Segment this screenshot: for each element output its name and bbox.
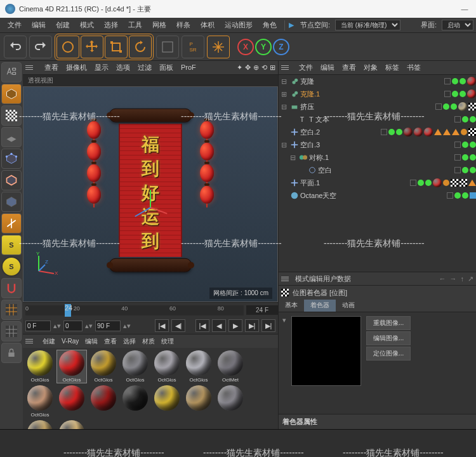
coord-system-button[interactable] bbox=[207, 36, 230, 58]
vis-editor-toggle[interactable] bbox=[454, 192, 461, 199]
expand-icon[interactable]: ⊞ bbox=[281, 90, 289, 98]
viewmenu-摄像机[interactable]: 摄像机 bbox=[62, 62, 91, 72]
interface-select[interactable]: 启动 bbox=[442, 20, 473, 30]
vis-render-toggle[interactable] bbox=[470, 116, 476, 123]
material-swatch[interactable] bbox=[152, 385, 182, 418]
menu-选择[interactable]: 选择 bbox=[99, 18, 123, 32]
z-axis-toggle[interactable]: Z bbox=[273, 39, 289, 55]
menu-体积[interactable]: 体积 bbox=[195, 18, 220, 32]
material-swatch[interactable] bbox=[121, 385, 150, 418]
attr-fwd-button[interactable]: → bbox=[450, 275, 457, 283]
recent-tool[interactable] bbox=[156, 36, 179, 58]
quantize-button[interactable] bbox=[1, 300, 22, 320]
material-swatch[interactable]: OctGlos bbox=[25, 350, 55, 383]
edge-mode-button[interactable] bbox=[1, 170, 22, 190]
material-swatch[interactable] bbox=[89, 385, 118, 418]
material-swatch[interactable]: OctGlos bbox=[57, 350, 86, 383]
matmenu-查看[interactable]: 查看 bbox=[101, 336, 120, 346]
menu-角色[interactable]: 角色 bbox=[258, 18, 282, 32]
expand-icon[interactable]: ⊟ bbox=[281, 141, 289, 149]
lock-button[interactable] bbox=[1, 343, 22, 363]
vis-render-toggle[interactable] bbox=[396, 129, 402, 135]
vis-render-toggle[interactable] bbox=[470, 142, 476, 148]
object-name[interactable]: 克隆.1 bbox=[300, 89, 364, 99]
tree-row-对称.1[interactable]: ⊟对称.1 bbox=[279, 151, 476, 164]
menu-文件[interactable]: 文件 bbox=[3, 18, 27, 32]
workplane-button[interactable] bbox=[1, 127, 22, 147]
expand-icon[interactable]: ⊟ bbox=[281, 103, 289, 111]
warning-tag-icon[interactable] bbox=[434, 129, 442, 135]
vis-editor-toggle[interactable] bbox=[462, 142, 468, 148]
menu-创建[interactable]: 创建 bbox=[51, 18, 75, 32]
objmenu-对象[interactable]: 对象 bbox=[360, 62, 381, 72]
attrmenu-用户数据[interactable]: 用户数据 bbox=[323, 275, 351, 282]
view-pan-icon[interactable]: ✥ bbox=[245, 63, 251, 72]
spin-icon[interactable]: ▴▾ bbox=[85, 322, 93, 330]
make-editable-button[interactable] bbox=[1, 62, 22, 83]
material-swatch[interactable] bbox=[184, 385, 213, 418]
layer-toggle[interactable] bbox=[410, 180, 416, 186]
expand-icon[interactable]: ▾ bbox=[282, 316, 286, 410]
redo-button[interactable] bbox=[29, 36, 52, 58]
view-rotate-icon[interactable]: ⟲ bbox=[261, 63, 267, 72]
layer-toggle[interactable] bbox=[454, 154, 461, 161]
vis-render-toggle[interactable] bbox=[459, 91, 466, 97]
matmenu-V-Ray[interactable]: V-Ray bbox=[58, 336, 82, 346]
poly-mode-button[interactable] bbox=[1, 192, 22, 212]
vis-render-toggle[interactable] bbox=[470, 154, 476, 161]
shader-preview[interactable] bbox=[291, 316, 361, 386]
matmenu-材质[interactable]: 材质 bbox=[139, 336, 158, 346]
texture-tag-icon[interactable] bbox=[468, 103, 476, 110]
tree-row-空白.3[interactable]: ⊟空白.3 bbox=[279, 138, 476, 151]
vis-render-toggle[interactable] bbox=[459, 78, 466, 84]
tree-row-平面.1[interactable]: 平面.1 bbox=[279, 176, 476, 189]
obj-menu-icon[interactable] bbox=[281, 65, 289, 70]
texture-mode-button[interactable] bbox=[1, 105, 22, 126]
spin-icon[interactable]: ▴▾ bbox=[53, 322, 61, 330]
object-name[interactable]: 空白.3 bbox=[300, 140, 364, 150]
end-frame-input[interactable] bbox=[95, 321, 121, 331]
vis-editor-toggle[interactable] bbox=[462, 154, 468, 161]
layer-toggle[interactable] bbox=[454, 116, 461, 123]
material-swatch[interactable]: OctGlos bbox=[121, 350, 150, 383]
vis-editor-toggle[interactable] bbox=[388, 129, 395, 135]
layer-toggle[interactable] bbox=[444, 78, 451, 84]
object-name[interactable]: 平面.1 bbox=[300, 178, 364, 188]
vis-editor-toggle[interactable] bbox=[443, 103, 449, 110]
vis-editor-toggle[interactable] bbox=[462, 167, 468, 173]
menu-工具[interactable]: 工具 bbox=[123, 18, 147, 32]
attr-ext-button[interactable]: ↗ bbox=[468, 275, 473, 283]
viewmenu-ProF[interactable]: ProF bbox=[177, 62, 200, 72]
spin-icon[interactable]: ▴▾ bbox=[123, 322, 131, 330]
layer-toggle[interactable] bbox=[381, 129, 387, 135]
material-tag-icon[interactable] bbox=[467, 89, 476, 98]
material-tag-icon[interactable] bbox=[467, 77, 476, 86]
vis-render-toggle[interactable] bbox=[451, 103, 457, 110]
matmenu-纹理[interactable]: 纹理 bbox=[158, 336, 177, 346]
attr-button[interactable]: 重载图像... bbox=[366, 316, 411, 330]
viewport-solo-button[interactable]: S bbox=[1, 235, 22, 255]
tree-row-克隆[interactable]: ⊟克隆 bbox=[279, 75, 476, 88]
prev-key-button[interactable]: ◀| bbox=[171, 319, 185, 332]
object-name[interactable]: 挤压 bbox=[300, 102, 364, 112]
attr-tab-基本[interactable]: 基本 bbox=[279, 300, 304, 312]
matmenu-选择[interactable]: 选择 bbox=[120, 336, 139, 346]
tree-row-空白[interactable]: 空白 bbox=[279, 164, 476, 176]
objmenu-编辑[interactable]: 编辑 bbox=[317, 62, 338, 72]
scale-tool[interactable] bbox=[105, 36, 128, 58]
timeline-track[interactable]: 24 020406080 bbox=[25, 305, 244, 315]
viewport-tab[interactable]: 透视视图 bbox=[23, 75, 278, 86]
material-tag-icon[interactable] bbox=[404, 128, 413, 136]
object-name[interactable]: Octane天空 bbox=[300, 191, 364, 201]
view-zoom-icon[interactable]: ⊕ bbox=[253, 63, 259, 72]
matmenu-创建[interactable]: 创建 bbox=[39, 336, 58, 346]
menu-网格[interactable]: 网格 bbox=[147, 18, 171, 32]
vis-editor-toggle[interactable] bbox=[418, 180, 424, 186]
layer-toggle[interactable] bbox=[444, 91, 451, 97]
vis-editor-toggle[interactable] bbox=[452, 91, 458, 97]
material-swatch[interactable] bbox=[57, 385, 86, 418]
matmenu-编辑[interactable]: 编辑 bbox=[82, 336, 101, 346]
render-solo-button[interactable]: S bbox=[1, 256, 22, 277]
attr-tab-动画[interactable]: 动画 bbox=[336, 300, 361, 312]
objmenu-查看[interactable]: 查看 bbox=[338, 62, 360, 72]
